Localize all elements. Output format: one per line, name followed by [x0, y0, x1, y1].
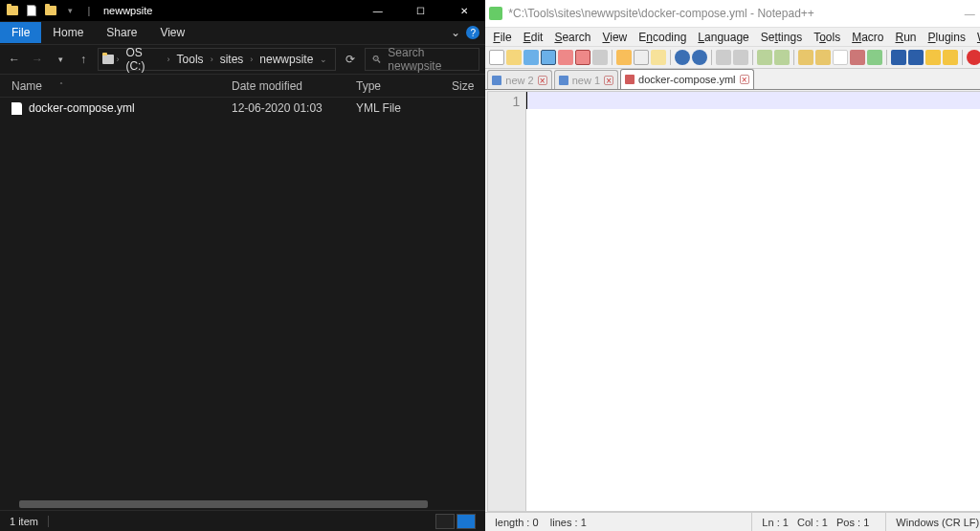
column-size-header[interactable]: Size: [452, 79, 485, 93]
address-dropdown-icon[interactable]: ⌄: [320, 55, 331, 64]
status-eol[interactable]: Windows (CR LF): [886, 513, 980, 531]
folder-margin-icon[interactable]: [891, 50, 906, 65]
menu-run[interactable]: Run: [890, 29, 923, 46]
help-icon[interactable]: ?: [466, 26, 479, 39]
npp-status-bar: length : 0 lines : 1 Ln : 1 Col : 1 Pos …: [485, 512, 980, 531]
explorer-title-bar[interactable]: ▾ | newwpsite — ☐ ✕: [0, 0, 485, 21]
menu-settings[interactable]: Settings: [755, 29, 808, 46]
explorer-nav-bar: ← → ▾ ↑ › OS (C:) › Tools › sites › neww…: [0, 44, 485, 75]
close-tab-icon[interactable]: ×: [604, 76, 613, 85]
text-editor[interactable]: [526, 92, 980, 511]
editor-tab-active[interactable]: docker-compose.yml ×: [620, 69, 753, 89]
minimize-button[interactable]: —: [356, 0, 399, 21]
menu-plugins[interactable]: Plugins: [923, 29, 971, 46]
ribbon-file-tab[interactable]: File: [0, 22, 41, 43]
menu-macro[interactable]: Macro: [846, 29, 889, 46]
npp-title-bar[interactable]: *C:\Tools\sites\newwpsite\docker-compose…: [485, 0, 980, 27]
saved-file-icon: [559, 76, 568, 85]
details-view-button[interactable]: [435, 514, 455, 529]
tab-label: new 2: [505, 75, 533, 86]
menu-encoding[interactable]: Encoding: [633, 29, 692, 46]
paste-icon[interactable]: [651, 50, 666, 65]
toolbar-separator: [793, 50, 794, 65]
copy-icon[interactable]: [634, 50, 649, 65]
column-name-header[interactable]: Name˄: [11, 79, 232, 93]
editor-tab[interactable]: new 1 ×: [554, 70, 618, 89]
indent-guide-icon[interactable]: [867, 50, 882, 65]
toolbar-separator: [711, 50, 712, 65]
toolbar-separator: [670, 50, 671, 65]
file-row[interactable]: docker-compose.yml 12-06-2020 01:03 YML …: [0, 98, 485, 119]
open-file-icon[interactable]: [506, 50, 522, 65]
close-button[interactable]: ✕: [442, 0, 485, 21]
new-file-icon[interactable]: [489, 50, 504, 65]
menu-edit[interactable]: Edit: [518, 29, 549, 46]
nav-forward-button[interactable]: →: [29, 51, 46, 68]
maximize-button[interactable]: ☐: [399, 0, 442, 21]
menu-window[interactable]: Window: [971, 29, 980, 46]
current-line-highlight: [526, 92, 980, 109]
doc-map-icon[interactable]: [943, 50, 958, 65]
record-macro-icon[interactable]: [967, 50, 980, 65]
cut-icon[interactable]: [616, 50, 632, 65]
breadcrumb-sep-icon: ›: [167, 55, 170, 64]
column-date-header[interactable]: Date modified: [232, 79, 356, 93]
window-title: newwpsite: [96, 5, 152, 16]
menu-language[interactable]: Language: [692, 29, 754, 46]
save-icon[interactable]: [523, 50, 539, 65]
breadcrumb[interactable]: OS (C:): [121, 46, 165, 73]
nav-back-button[interactable]: ←: [6, 51, 23, 68]
ribbon-view-tab[interactable]: View: [148, 22, 196, 43]
zoom-in-icon[interactable]: [757, 50, 772, 65]
find-icon[interactable]: [716, 50, 731, 65]
file-name: docker-compose.yml: [29, 101, 232, 115]
scrollbar-thumb[interactable]: [19, 500, 428, 508]
editor-tab[interactable]: new 2 ×: [487, 70, 551, 89]
refresh-button[interactable]: ⟳: [342, 51, 359, 68]
close-tab-icon[interactable]: ×: [740, 75, 749, 84]
search-box[interactable]: 🔍︎ Search newwpsite: [365, 48, 479, 71]
file-list[interactable]: docker-compose.yml 12-06-2020 01:03 YML …: [0, 98, 485, 498]
menu-file[interactable]: File: [487, 29, 517, 46]
show-all-chars-icon[interactable]: [850, 50, 865, 65]
file-explorer-window: ▾ | newwpsite — ☐ ✕ File Home Share View…: [0, 0, 485, 531]
sync-v-icon[interactable]: [798, 50, 813, 65]
folder-margin-icon[interactable]: [908, 50, 924, 65]
close-file-icon[interactable]: [558, 50, 573, 65]
ribbon-home-tab[interactable]: Home: [41, 22, 95, 43]
npp-toolbar: [485, 46, 980, 69]
breadcrumb[interactable]: newwpsite: [255, 53, 318, 66]
close-all-icon[interactable]: [575, 50, 590, 65]
redo-icon[interactable]: [692, 50, 707, 65]
undo-icon[interactable]: [675, 50, 690, 65]
sync-h-icon[interactable]: [815, 50, 831, 65]
column-type-header[interactable]: Type: [356, 79, 452, 93]
breadcrumb-sep-icon: ›: [116, 55, 119, 64]
large-icons-view-button[interactable]: [457, 514, 476, 529]
ribbon-collapse-icon[interactable]: ⌄: [451, 26, 460, 39]
file-icon: [25, 4, 38, 17]
zoom-out-icon[interactable]: [774, 50, 790, 65]
breadcrumb[interactable]: Tools: [172, 53, 209, 66]
search-placeholder: Search newwpsite: [388, 46, 473, 73]
horizontal-scrollbar[interactable]: [0, 498, 485, 510]
close-tab-icon[interactable]: ×: [538, 76, 547, 85]
nav-recent-dropdown[interactable]: ▾: [52, 51, 69, 68]
menu-search[interactable]: Search: [548, 29, 596, 46]
ribbon-share-tab[interactable]: Share: [95, 22, 148, 43]
function-list-icon[interactable]: [925, 50, 941, 65]
wordwrap-icon[interactable]: [833, 50, 848, 65]
breadcrumb[interactable]: sites: [215, 53, 249, 66]
minimize-button[interactable]: —: [948, 2, 980, 25]
menu-view[interactable]: View: [596, 29, 633, 46]
replace-icon[interactable]: [733, 50, 748, 65]
notepadpp-logo-icon: [489, 7, 502, 20]
toolbar-separator: [612, 50, 612, 65]
address-bar[interactable]: › OS (C:) › Tools › sites › newwpsite ⌄: [98, 48, 336, 71]
nav-up-button[interactable]: ↑: [75, 51, 92, 68]
save-all-icon[interactable]: [541, 50, 556, 65]
npp-window-title: *C:\Tools\sites\newwpsite\docker-compose…: [508, 7, 813, 20]
menu-tools[interactable]: Tools: [808, 29, 846, 46]
chevron-down-icon[interactable]: ▾: [63, 4, 77, 17]
print-icon[interactable]: [592, 50, 608, 65]
